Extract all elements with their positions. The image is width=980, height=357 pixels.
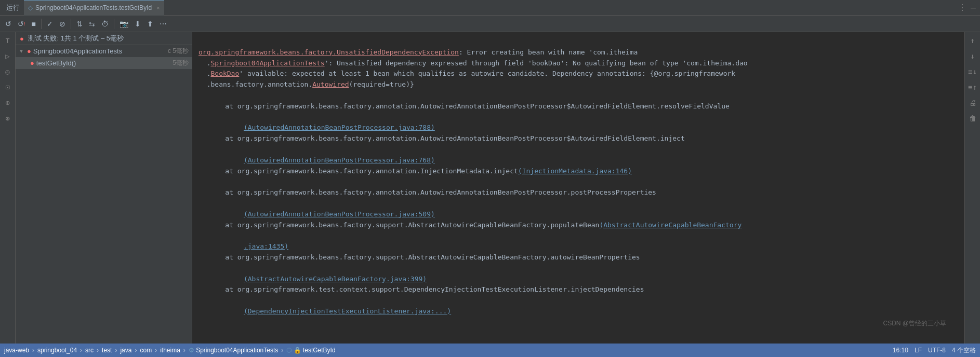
cancel-button[interactable]: ⊘ — [57, 18, 68, 30]
line-ending[interactable]: LF — [915, 347, 922, 354]
test-status-icon: ● — [20, 35, 24, 43]
tab-bar-right: ⋮ — — [958, 3, 980, 12]
scroll-up-icon[interactable]: ↑ — [970, 36, 974, 45]
minimize-icon[interactable]: — — [971, 3, 976, 12]
run-label: 运行 — [2, 3, 24, 12]
expand-icon[interactable]: ≡↓ — [968, 67, 977, 76]
scroll-down-icon[interactable]: ↓ — [970, 52, 974, 60]
stack-link-6[interactable]: (AbstractAutowireCapableBeanFactory.java… — [198, 275, 427, 283]
stack-link-1[interactable]: (AutowiredAnnotationBeanPostProcessor.ja… — [198, 123, 435, 131]
watermark: CSDN @曾经的三小草 — [883, 319, 946, 328]
error-blank — [198, 91, 203, 99]
test-status-text: 测试 失败: 1共 1 个测试 – 5毫秒 — [28, 34, 124, 43]
tool-icon-5[interactable]: ⊕ — [5, 99, 9, 107]
stack-link-5[interactable]: .java:1435) — [198, 242, 288, 250]
case-time: 5毫秒 — [173, 59, 189, 67]
overflow-menu-icon[interactable]: ⋮ — [958, 3, 966, 12]
tab-close-button[interactable]: × — [156, 5, 160, 11]
stack-link-7[interactable]: (DependencyInjectionTestExecutionListene… — [198, 307, 451, 315]
stack-line-4: at org.springframework.beans.factory.ann… — [198, 187, 958, 198]
stack-line-7: at org.springframework.test.context.supp… — [198, 284, 958, 295]
error-line-1: org.springframework.beans.factory.Unsati… — [198, 48, 638, 56]
time-display: 16:10 — [893, 347, 908, 354]
print-icon[interactable]: 🖨 — [969, 99, 976, 107]
right-side-icons: ↑ ↓ ≡↓ ≡↑ 🖨 🗑 — [964, 32, 980, 344]
test-status-bar: ● 测试 失败: 1共 1 个测试 – 5毫秒 — [16, 32, 192, 45]
toolbar: ↺ ↺! ■ ✓ ⊘ ⇅ ⇆ ⏱ 📷 ⬇ ⬆ ⋯ — [0, 16, 980, 32]
tool-icon-2[interactable]: ▷ — [5, 52, 9, 60]
breadcrumb-java-web[interactable]: java-web — [4, 347, 29, 354]
active-tab[interactable]: ◇ Springboot04ApplicationTests.testGetBy… — [24, 0, 164, 16]
more-button[interactable]: ⋯ — [157, 18, 169, 30]
clock-button[interactable]: ⏱ — [99, 18, 111, 30]
delete-icon[interactable]: 🗑 — [969, 114, 976, 122]
error-line-3: .BookDao' available: expected at least 1… — [198, 70, 735, 77]
toolbar-separator-2 — [71, 19, 71, 29]
main-area: ⊤ ▷ ◎ ⊡ ⊕ ⊛ ● 测试 失败: 1共 1 个测试 – 5毫秒 ▼ ● … — [0, 32, 980, 344]
breadcrumb-java[interactable]: java — [120, 347, 131, 354]
charset-display[interactable]: UTF-8 — [928, 347, 946, 354]
export-button[interactable]: ⬇ — [133, 18, 143, 30]
suite-name: Springboot04ApplicationTests — [33, 47, 122, 55]
bottom-bar-right: 16:10 LF UTF-8 4 个空格 — [893, 346, 976, 355]
toolbar-separator-1 — [41, 19, 42, 29]
indent-display[interactable]: 4 个空格 — [952, 346, 976, 355]
test-tree-panel: ● 测试 失败: 1共 1 个测试 – 5毫秒 ▼ ● Springboot04… — [16, 32, 192, 344]
case-name: testGetById() — [36, 59, 76, 67]
error-output: org.springframework.beans.factory.Unsati… — [198, 36, 958, 328]
rerun-button[interactable]: ↺ — [3, 18, 14, 30]
left-side-icons: ⊤ ▷ ◎ ⊡ ⊕ ⊛ — [0, 32, 16, 344]
suite-error-icon: ● — [27, 47, 31, 55]
tab-bar: 运行 ◇ Springboot04ApplicationTests.testGe… — [0, 0, 980, 16]
error-line-2: .Springboot04ApplicationTests': Unsatisf… — [198, 59, 748, 67]
tab-icon: ◇ — [28, 4, 33, 11]
suite-chevron: ▼ — [19, 48, 24, 54]
suite-time: c 5毫秒 — [168, 47, 189, 56]
test-case-row[interactable]: ● testGetById() 5毫秒 — [16, 57, 192, 69]
breadcrumb-test[interactable]: test — [102, 347, 112, 354]
breadcrumb-springboot04[interactable]: springboot_04 — [37, 347, 77, 354]
output-panel[interactable]: org.springframework.beans.factory.Unsati… — [192, 32, 964, 344]
case-error-icon: ● — [30, 59, 34, 67]
stop-button[interactable]: ■ — [30, 18, 38, 30]
camera-button[interactable]: 📷 — [117, 18, 130, 30]
import-button[interactable]: ⬆ — [145, 18, 155, 30]
sort-asc-button[interactable]: ⇅ — [74, 18, 85, 30]
stack-line-2: at org.springframework.beans.factory.ann… — [198, 133, 958, 144]
check-button[interactable]: ✓ — [45, 18, 55, 30]
breadcrumb-src[interactable]: src — [85, 347, 94, 354]
breadcrumb-method[interactable]: ⬡ 🔒 testGetById — [286, 347, 335, 354]
test-suite-row[interactable]: ▼ ● Springboot04ApplicationTests c 5毫秒 — [16, 45, 192, 57]
error-line-4: .beans.factory.annotation.Autowired(requ… — [198, 80, 414, 88]
breadcrumb-class[interactable]: ⚙ Springboot04ApplicationTests — [189, 347, 278, 354]
bottom-status-bar: java-web › springboot_04 › src › test › … — [0, 344, 980, 357]
toolbar-separator-3 — [114, 19, 114, 29]
sort-desc-button[interactable]: ⇆ — [87, 18, 97, 30]
tool-icon-4[interactable]: ⊡ — [5, 83, 9, 91]
rerun-failed-button[interactable]: ↺! — [16, 18, 28, 30]
stack-line-1: at org.springframework.beans.factory.ann… — [198, 101, 958, 112]
breadcrumb-com[interactable]: com — [140, 347, 152, 354]
collapse-icon[interactable]: ≡↑ — [968, 83, 977, 91]
stack-line-3: at org.springframework.beans.factory.ann… — [198, 166, 958, 177]
stack-link-4[interactable]: (AutowiredAnnotationBeanPostProcessor.ja… — [198, 210, 435, 218]
tool-icon-3[interactable]: ◎ — [5, 67, 9, 76]
stack-line-6: at org.springframework.beans.factory.sup… — [198, 252, 958, 263]
stack-link-2[interactable]: (AutowiredAnnotationBeanPostProcessor.ja… — [198, 156, 435, 164]
tab-title: Springboot04ApplicationTests.testGetById — [35, 4, 152, 11]
tool-icon-6[interactable]: ⊛ — [5, 114, 9, 122]
tool-icon-1[interactable]: ⊤ — [5, 36, 9, 45]
breadcrumb-itheima[interactable]: itheima — [160, 347, 180, 354]
stack-line-5: at org.springframework.beans.factory.sup… — [198, 220, 958, 231]
